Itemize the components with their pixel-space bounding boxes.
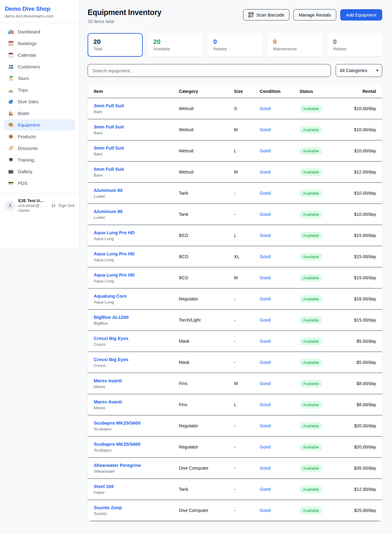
item-name-link[interactable]: Scubapro MK25/S600: [94, 420, 169, 425]
item-category: Torch/Light: [174, 310, 229, 331]
add-equipment-label: Add Equipment: [346, 13, 376, 17]
condition-link[interactable]: Good: [260, 487, 270, 492]
item-name-link[interactable]: 3mm Full Suit: [94, 145, 169, 151]
condition-link[interactable]: Good: [260, 423, 270, 428]
condition-link[interactable]: Good: [260, 339, 270, 344]
sidebar-item-tours[interactable]: Tours: [4, 73, 75, 84]
condition-link[interactable]: Good: [260, 444, 270, 449]
condition-link[interactable]: Good: [260, 212, 270, 217]
stat-card-rented[interactable]: 0 Rented: [207, 33, 262, 57]
column-header-size: Size: [229, 84, 255, 98]
rental-rate: $20.00/day: [339, 437, 382, 458]
condition-link[interactable]: Good: [260, 402, 270, 407]
condition-link[interactable]: Good: [260, 148, 270, 153]
sidebar-item-gallery[interactable]: Gallery: [4, 166, 75, 177]
item-size: -: [229, 331, 255, 352]
item-name-link[interactable]: Aluminum 80: [94, 209, 169, 214]
sidebar-item-dive-sites[interactable]: Dive Sites: [4, 96, 75, 107]
sidebar-item-label: Customers: [18, 64, 40, 69]
stat-card-available[interactable]: 20 Available: [148, 33, 203, 57]
item-size: -: [229, 288, 255, 310]
status-badge: Available: [300, 486, 322, 493]
user-section: E2E Test U... e2e-tester@... Owner Sign …: [0, 193, 79, 217]
rental-rate: $10.00/day: [339, 140, 382, 162]
sidebar-item-customers[interactable]: Customers: [4, 61, 75, 72]
sidebar-item-boats[interactable]: Boats: [4, 108, 75, 119]
status-badge: Available: [300, 147, 322, 155]
item-size: -: [229, 183, 255, 204]
condition-link[interactable]: Good: [260, 508, 270, 513]
sidebar-item-products[interactable]: Products: [4, 131, 75, 142]
item-name-link[interactable]: Steel 100: [94, 484, 169, 489]
status-badge: Available: [300, 422, 322, 430]
item-name-link[interactable]: 3mm Full Suit: [94, 124, 169, 129]
sidebar-item-dashboard[interactable]: Dashboard: [4, 26, 75, 37]
condition-link[interactable]: Good: [260, 296, 270, 301]
add-equipment-button[interactable]: Add Equipment: [340, 9, 382, 21]
item-name-link[interactable]: Cressi Big Eyes: [94, 357, 169, 362]
condition-link[interactable]: Good: [260, 254, 270, 259]
item-name-link[interactable]: Shearwater Peregrine: [94, 463, 169, 468]
item-size: -: [229, 479, 255, 500]
item-category: Dive Computer: [174, 500, 229, 521]
condition-link[interactable]: Good: [260, 275, 270, 280]
item-name-link[interactable]: Mares Avanti: [94, 378, 169, 383]
item-name-link[interactable]: Aqualung Core: [94, 293, 169, 299]
sign-out-icon: [51, 203, 56, 208]
item-size: -: [229, 310, 255, 331]
condition-link[interactable]: Good: [260, 381, 270, 386]
item-category: Regulator: [174, 437, 229, 458]
table-body: 3mm Full Suit Bare Wetsuit S Good Availa…: [88, 98, 382, 521]
condition-link[interactable]: Good: [260, 360, 270, 365]
sidebar-item-pos[interactable]: POS: [4, 177, 75, 189]
table-row: 5mm Full Suit Bare Wetsuit M Good Availa…: [88, 162, 382, 183]
item-size: L: [229, 140, 255, 162]
item-name-link[interactable]: 5mm Full Suit: [94, 166, 169, 172]
table-row: Aqua Lung Pro HD Aqua Lung BCD XL Good A…: [88, 246, 382, 267]
sidebar-item-training[interactable]: Training: [4, 154, 75, 166]
search-input[interactable]: [88, 64, 331, 77]
stat-card-maintenance[interactable]: 0 Maintenance: [267, 33, 322, 57]
item-name-link[interactable]: Aqua Lung Pro HD: [94, 230, 169, 235]
category-select[interactable]: All Categories: [336, 64, 382, 77]
condition-link[interactable]: Good: [260, 191, 270, 196]
condition-link[interactable]: Good: [260, 466, 270, 471]
item-category: Mask: [174, 352, 229, 373]
sidebar-item-trips[interactable]: Trips: [4, 84, 75, 96]
item-name-link[interactable]: Scubapro MK25/S600: [94, 441, 169, 447]
condition-link[interactable]: Good: [260, 318, 270, 322]
pos-icon: [8, 180, 14, 186]
status-badge: Available: [300, 380, 322, 387]
sidebar-item-bookings[interactable]: 17 Bookings: [4, 38, 75, 49]
item-name-link[interactable]: 3mm Full Suit: [94, 103, 169, 108]
item-brand: Suunto: [94, 511, 169, 516]
stat-value: 20: [93, 38, 137, 45]
scan-barcode-button[interactable]: Scan Barcode: [243, 9, 289, 21]
item-brand: Faber: [94, 490, 169, 495]
item-name-link[interactable]: Aqua Lung Pro HD: [94, 251, 169, 256]
condition-link[interactable]: Good: [260, 127, 270, 132]
item-category: Tank: [174, 479, 229, 500]
category-select-wrap: All Categories: [336, 64, 382, 77]
manage-rentals-button[interactable]: Manage Rentals: [293, 9, 336, 21]
item-name-link[interactable]: BigBlue AL1200: [94, 315, 169, 320]
item-category: Regulator: [174, 415, 229, 437]
item-name-link[interactable]: Suunto Zoop: [94, 505, 169, 510]
item-name-link[interactable]: Mares Avanti: [94, 399, 169, 404]
item-name-link[interactable]: Aluminum 80: [94, 188, 169, 193]
customers-icon: [8, 64, 14, 70]
sidebar-item-equipment[interactable]: Equipment: [4, 119, 75, 131]
condition-link[interactable]: Good: [260, 233, 270, 238]
item-name-link[interactable]: Cressi Big Eyes: [94, 336, 169, 341]
stat-card-retired[interactable]: 0 Retired: [327, 33, 382, 57]
sidebar-item-discounts[interactable]: Discounts: [4, 143, 75, 154]
item-size: -: [229, 500, 255, 521]
sidebar-item-calendar[interactable]: Calendar: [4, 49, 75, 61]
sign-out-button[interactable]: Sign Out: [51, 203, 74, 208]
condition-link[interactable]: Good: [260, 106, 270, 111]
table-row: 3mm Full Suit Bare Wetsuit L Good Availa…: [88, 140, 382, 162]
item-name-link[interactable]: Aqua Lung Pro HD: [94, 272, 169, 277]
condition-link[interactable]: Good: [260, 170, 270, 174]
stat-card-total[interactable]: 20 Total: [88, 33, 143, 57]
sidebar-item-label: Gallery: [18, 169, 32, 174]
